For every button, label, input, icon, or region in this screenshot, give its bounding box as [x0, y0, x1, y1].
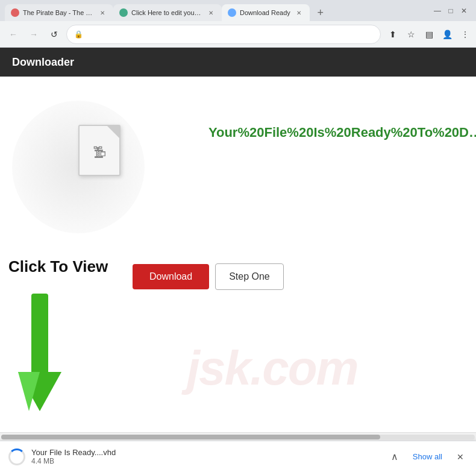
window-controls: — □ ✕ [433, 6, 471, 16]
download-filename: Your File Is Ready....vhd [31, 448, 381, 457]
close-download-button[interactable]: ✕ [453, 450, 468, 464]
tab-title-1: The Pirate Bay - The ga… [23, 9, 94, 16]
scroll-thumb[interactable] [1, 435, 380, 439]
toolbar: ← → ↺ 🔒 ⬆ ☆ ▤ 👤 ⋮ [0, 21, 476, 48]
browser-frame: The Pirate Bay - The ga… ✕ Click Here to… [0, 0, 476, 472]
browser-menu-button[interactable]: ⋮ [459, 28, 471, 40]
tab-download-ready[interactable]: Download Ready ✕ [222, 4, 310, 21]
tab-close-1[interactable]: ✕ [98, 8, 107, 17]
click-to-view-text: Click To View [8, 257, 108, 276]
page-content: Downloader jsk.com 🗜 Your%20File%20Is%20… [0, 48, 476, 472]
main-content: jsk.com 🗜 Your%20File%20Is%20Ready%20To%… [0, 77, 476, 432]
tab-close-3[interactable]: ✕ [294, 8, 304, 17]
file-icon: 🗜 [78, 125, 127, 179]
address-bar[interactable]: 🔒 [66, 25, 381, 44]
file-icon-area: 🗜 [78, 125, 127, 179]
download-info: Your File Is Ready....vhd 4.4 MB [31, 448, 381, 465]
file-body: 🗜 [78, 125, 121, 176]
svg-rect-0 [31, 294, 48, 378]
scroll-track[interactable] [1, 435, 475, 439]
ready-text: Your%20File%20Is%20Ready%20To%20D… [208, 125, 476, 140]
download-button[interactable]: Download [133, 264, 209, 289]
site-header: Downloader [0, 48, 476, 77]
download-spinner-icon [8, 448, 25, 465]
minimize-button[interactable]: — [433, 6, 442, 16]
download-size: 4.4 MB [31, 457, 381, 465]
download-bar: Your File Is Ready....vhd 4.4 MB ∧ Show … [0, 441, 476, 472]
tab-favicon-1 [11, 8, 19, 17]
site-title: Downloader [12, 56, 74, 69]
lock-icon: 🔒 [74, 30, 83, 39]
reading-list-icon[interactable]: ▤ [421, 26, 437, 43]
zip-icon: 🗜 [93, 145, 106, 161]
watermark: jsk.com [187, 341, 358, 396]
bookmark-icon[interactable]: ☆ [402, 26, 419, 43]
green-arrow-icon [12, 294, 66, 429]
profile-icon[interactable]: 👤 [439, 26, 456, 43]
tab-title-3: Download Ready [240, 9, 290, 16]
new-tab-button[interactable]: + [312, 4, 329, 21]
tab-title-2: Click Here to edit your b… [131, 9, 202, 16]
expand-download-button[interactable]: ∧ [387, 448, 402, 465]
back-button[interactable]: ← [5, 26, 22, 43]
share-icon[interactable]: ⬆ [384, 26, 401, 43]
buttons-area: Download Step One [133, 263, 284, 290]
file-corner [107, 126, 119, 138]
tab-favicon-2 [119, 8, 128, 17]
tab-close-2[interactable]: ✕ [206, 8, 216, 17]
tab-click-here[interactable]: Click Here to edit your b… ✕ [113, 4, 222, 21]
title-bar: The Pirate Bay - The ga… ✕ Click Here to… [0, 0, 476, 21]
tabs-area: The Pirate Bay - The ga… ✕ Click Here to… [5, 0, 433, 21]
show-all-button[interactable]: Show all [408, 448, 447, 465]
forward-button[interactable]: → [25, 26, 42, 43]
close-window-button[interactable]: ✕ [459, 6, 469, 16]
tab-pirate-bay[interactable]: The Pirate Bay - The ga… ✕ [5, 4, 113, 21]
toolbar-actions: ⬆ ☆ ▤ 👤 ⋮ [384, 26, 471, 43]
step-one-button[interactable]: Step One [215, 263, 284, 290]
tab-favicon-3 [228, 8, 236, 17]
scroll-bar-container[interactable] [0, 432, 476, 441]
maximize-button[interactable]: □ [446, 6, 456, 16]
reload-button[interactable]: ↺ [46, 26, 63, 43]
